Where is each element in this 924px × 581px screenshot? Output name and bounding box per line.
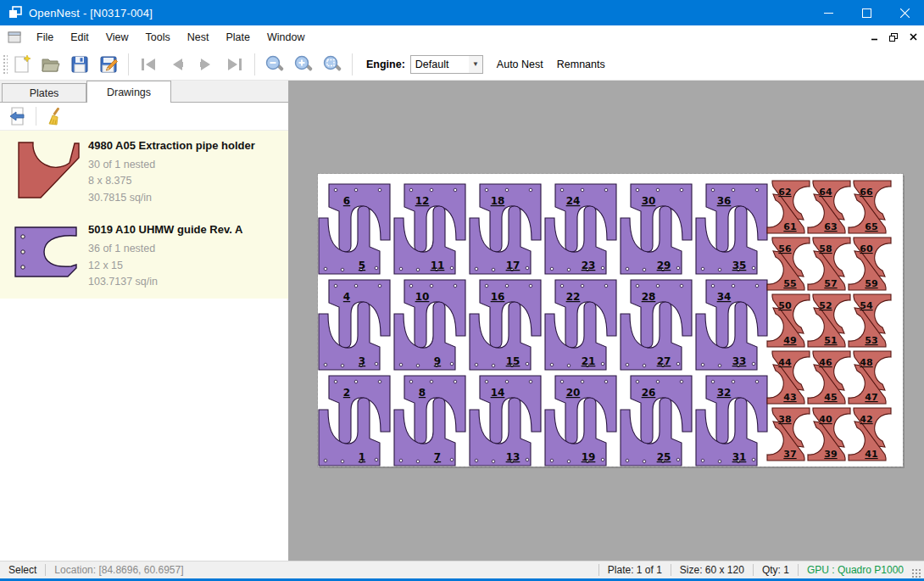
open-folder-icon bbox=[41, 54, 61, 75]
nested-part-pair-purple[interactable]: 87 bbox=[394, 376, 465, 466]
mdi-minimize-icon bbox=[871, 33, 878, 41]
nested-part-pair-purple[interactable]: 3231 bbox=[696, 376, 767, 466]
nested-part-pair-purple[interactable]: 43 bbox=[319, 280, 390, 370]
svg-text:59: 59 bbox=[865, 278, 877, 289]
drawing-item-4980[interactable]: 4980 A05 Extraction pipe holder 30 of 1 … bbox=[0, 131, 288, 215]
svg-text:50: 50 bbox=[778, 300, 792, 311]
maximize-button[interactable] bbox=[848, 0, 886, 25]
nested-part-pair-red[interactable]: 5251 bbox=[808, 294, 850, 347]
drawing-thumbnail-red bbox=[7, 137, 85, 206]
nested-part-pair-red[interactable]: 6059 bbox=[849, 237, 891, 290]
svg-text:4: 4 bbox=[343, 291, 350, 303]
toolbar-grip[interactable] bbox=[2, 53, 8, 75]
save-button[interactable] bbox=[65, 51, 94, 78]
open-button[interactable] bbox=[36, 51, 65, 78]
new-document-icon bbox=[12, 54, 32, 75]
first-plate-button[interactable] bbox=[134, 51, 163, 78]
nested-part-pair-purple[interactable]: 2221 bbox=[545, 280, 616, 370]
nested-part-pair-red[interactable]: 6665 bbox=[849, 181, 891, 233]
svg-text:2: 2 bbox=[343, 387, 350, 399]
nested-part-pair-red[interactable]: 5655 bbox=[767, 237, 810, 290]
remnants-button[interactable]: Remnants bbox=[550, 53, 612, 75]
last-arrow-icon bbox=[225, 54, 245, 75]
chevron-down-icon[interactable]: ▼ bbox=[469, 56, 482, 73]
svg-text:7: 7 bbox=[434, 451, 441, 463]
nested-part-pair-purple[interactable]: 2625 bbox=[621, 376, 692, 466]
minimize-button[interactable] bbox=[810, 0, 848, 25]
nested-part-pair-purple[interactable]: 2019 bbox=[545, 376, 616, 466]
plate[interactable]: 6543211211109871817161514132423222120193… bbox=[318, 174, 903, 466]
svg-text:24: 24 bbox=[566, 195, 581, 207]
mdi-close-icon bbox=[910, 33, 917, 41]
nested-part-pair-purple[interactable]: 65 bbox=[319, 184, 390, 274]
nested-part-pair-red[interactable]: 5453 bbox=[849, 294, 891, 347]
app-window: OpenNest - [N0317-004] File Edit View To… bbox=[0, 0, 924, 581]
clear-nest-button[interactable] bbox=[42, 104, 67, 128]
drawing-area: 30.7815 sq/in bbox=[88, 190, 283, 206]
svg-text:60: 60 bbox=[860, 243, 873, 254]
drawing-area: 103.7137 sq/in bbox=[88, 274, 283, 290]
save-as-button[interactable] bbox=[94, 51, 123, 78]
nested-part-pair-purple[interactable]: 3029 bbox=[621, 184, 692, 274]
close-button[interactable] bbox=[886, 0, 924, 25]
nested-part-pair-purple[interactable]: 1615 bbox=[470, 280, 541, 370]
new-button[interactable] bbox=[8, 51, 36, 78]
svg-text:22: 22 bbox=[566, 291, 581, 303]
nested-part-pair-red[interactable]: 4241 bbox=[849, 408, 891, 461]
engine-label: Engine: bbox=[366, 59, 405, 70]
nested-part-pair-purple[interactable]: 1211 bbox=[394, 184, 465, 274]
menu-tools[interactable]: Tools bbox=[137, 28, 179, 47]
nested-part-pair-purple[interactable]: 109 bbox=[394, 280, 465, 370]
next-plate-button[interactable] bbox=[192, 51, 220, 78]
drawing-size: 12 x 15 bbox=[88, 258, 283, 274]
nested-part-pair-red[interactable]: 6261 bbox=[767, 181, 810, 233]
minimize-icon bbox=[824, 8, 833, 18]
nested-part-pair-red[interactable]: 6463 bbox=[808, 181, 850, 233]
zoom-out-button[interactable] bbox=[260, 51, 289, 78]
mdi-minimize-button[interactable] bbox=[866, 30, 882, 45]
menu-file[interactable]: File bbox=[28, 28, 62, 47]
nested-part-pair-red[interactable]: 4847 bbox=[849, 351, 891, 404]
menu-nest[interactable]: Nest bbox=[179, 28, 218, 47]
engine-combobox[interactable]: Default ▼ bbox=[410, 55, 483, 74]
nested-part-pair-purple[interactable]: 2423 bbox=[545, 184, 616, 274]
status-bar: Select Location: [84.8696, 60.6957] Plat… bbox=[0, 561, 924, 578]
nested-part-pair-purple[interactable]: 2827 bbox=[621, 280, 692, 370]
zoom-fit-button[interactable] bbox=[318, 51, 347, 78]
auto-nest-button[interactable]: Auto Nest bbox=[490, 53, 550, 75]
nested-part-pair-red[interactable]: 5857 bbox=[808, 237, 850, 290]
return-part-button[interactable] bbox=[5, 104, 31, 128]
menu-plate[interactable]: Plate bbox=[217, 28, 259, 47]
zoom-fit-icon bbox=[322, 54, 342, 75]
nested-part-pair-red[interactable]: 4645 bbox=[808, 351, 850, 404]
nested-part-pair-red[interactable]: 4039 bbox=[808, 408, 850, 461]
nested-part-pair-purple[interactable]: 3433 bbox=[696, 280, 767, 370]
page-arrow-left-icon bbox=[8, 106, 28, 126]
nest-canvas[interactable]: 6543211211109871817161514132423222120193… bbox=[289, 81, 924, 561]
mdi-restore-button[interactable] bbox=[885, 30, 902, 45]
nested-part-pair-red[interactable]: 4443 bbox=[767, 351, 810, 404]
zoom-in-icon bbox=[293, 54, 314, 75]
tab-drawings[interactable]: Drawings bbox=[86, 81, 171, 103]
nested-part-pair-red[interactable]: 5049 bbox=[767, 294, 810, 347]
menu-view[interactable]: View bbox=[97, 28, 137, 47]
nested-part-pair-purple[interactable]: 1817 bbox=[470, 184, 541, 274]
last-plate-button[interactable] bbox=[220, 51, 249, 78]
mdi-restore-icon bbox=[889, 33, 898, 42]
nested-part-pair-purple[interactable]: 3635 bbox=[696, 184, 767, 274]
svg-text:44: 44 bbox=[778, 357, 792, 368]
drawing-item-5019[interactable]: 5019 A10 UHMW guide Rev. A 36 of 1 neste… bbox=[0, 215, 288, 299]
first-arrow-icon bbox=[138, 54, 159, 75]
resize-grip[interactable] bbox=[911, 568, 921, 578]
previous-plate-button[interactable] bbox=[163, 51, 192, 78]
nested-part-pair-red[interactable]: 3837 bbox=[767, 408, 810, 461]
svg-text:27: 27 bbox=[657, 355, 671, 367]
zoom-in-button[interactable] bbox=[289, 51, 318, 78]
svg-text:51: 51 bbox=[824, 335, 837, 346]
mdi-close-button[interactable] bbox=[905, 30, 921, 45]
tab-plates[interactable]: Plates bbox=[2, 83, 86, 103]
nested-part-pair-purple[interactable]: 1413 bbox=[470, 376, 541, 466]
menu-window[interactable]: Window bbox=[259, 28, 313, 47]
menu-edit[interactable]: Edit bbox=[62, 28, 97, 47]
nested-part-pair-purple[interactable]: 21 bbox=[319, 376, 390, 466]
